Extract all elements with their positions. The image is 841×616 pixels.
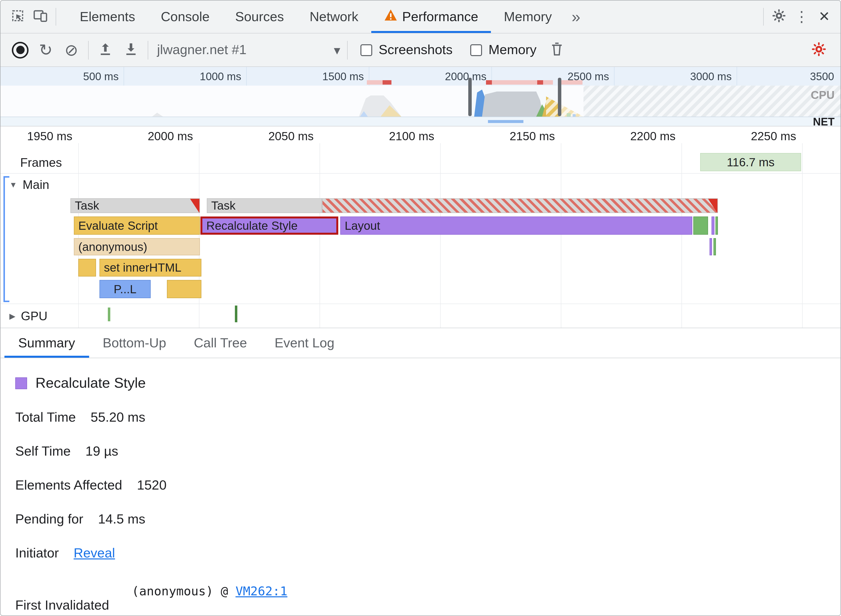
load-profile-button[interactable] [93,41,118,58]
gpu-activity-tick[interactable] [108,308,110,321]
separator [347,41,348,59]
network-request-segment [488,120,523,123]
gridline [78,143,79,328]
more-tabs-button[interactable]: » [565,0,587,33]
frame-block[interactable]: 116.7 ms [700,153,801,171]
long-task-corner-icon [190,199,199,213]
overview-ruler: 500 ms 1000 ms 1500 ms 2000 ms 2500 ms 3… [0,67,841,86]
overview-ruler-label: 3500 [810,70,834,83]
capture-settings-button[interactable] [806,41,832,59]
gear-icon [772,8,787,25]
script-sliver[interactable] [167,280,201,298]
memory-toggle[interactable]: Memory [470,42,537,57]
tab-elements[interactable]: Elements [67,0,148,33]
gridline [681,143,682,328]
screenshots-toggle[interactable]: Screenshots [360,42,453,57]
triangle-right-icon: ▶ [9,311,16,321]
tab-performance[interactable]: Performance [371,0,491,33]
summary-row-self-time: Self Time 19 µs [15,444,826,459]
task-bar-1[interactable]: Task [71,198,200,213]
close-button[interactable]: ✕ [813,0,835,33]
row-label: Pending for [15,512,83,527]
flame-chart[interactable]: 1950 ms 2000 ms 2050 ms 2100 ms 2150 ms … [0,126,841,328]
recalculate-style-bar-selected[interactable]: Recalculate Style [200,217,338,235]
paint-bar[interactable] [693,217,708,235]
main-track-disclosure[interactable]: ▼ Main [9,177,49,192]
tab-memory[interactable]: Memory [491,0,565,33]
memory-checkbox[interactable] [470,44,482,56]
trash-icon [550,41,563,58]
detail-ruler-label: 2250 ms [751,129,796,143]
long-task-marker [486,80,553,85]
set-innerhtml-bar[interactable]: set innerHTML [100,259,201,277]
warning-icon [384,9,397,25]
save-profile-button[interactable] [118,41,144,58]
menu-button[interactable]: ⋮ [790,0,813,33]
overview-ruler-label: 1000 ms [200,70,241,83]
style-sliver[interactable] [712,217,715,235]
source-location-link[interactable]: VM262:1 [235,584,288,598]
detail-ruler-label: 2000 ms [148,129,193,143]
separator [56,8,56,26]
overview-tick [124,67,124,86]
detail-ruler-label: 2100 ms [389,129,434,143]
settings-button[interactable] [767,0,790,33]
row-value: 14.5 ms [98,512,145,527]
main-track-bracket [3,176,9,302]
profile-select[interactable]: jlwagner.net #1 ▾ [157,42,340,57]
device-toolbar-button[interactable] [29,0,52,33]
tab-network[interactable]: Network [297,0,371,33]
tab-event-log[interactable]: Event Log [261,328,348,358]
inspect-element-button[interactable] [6,0,29,33]
row-value: 55.20 ms [91,410,145,425]
kebab-menu-icon: ⋮ [794,9,809,24]
gpu-track-disclosure[interactable]: ▶ GPU [9,309,47,323]
paint-sliver[interactable] [715,217,718,235]
gridline [319,143,320,328]
tab-bottom-up[interactable]: Bottom-Up [89,328,180,358]
tab-sources[interactable]: Sources [222,0,297,33]
paint-sliver[interactable] [713,238,716,255]
delete-recording-button[interactable] [545,41,568,58]
layout-bar[interactable]: Layout [340,217,692,235]
tab-call-tree[interactable]: Call Tree [180,328,261,358]
close-icon: ✕ [819,10,830,23]
memory-label: Memory [488,42,537,57]
tab-summary[interactable]: Summary [4,328,89,358]
summary-title: Recalculate Style [35,375,146,391]
script-sliver[interactable] [78,259,96,277]
details-tab-bar: Summary Bottom-Up Call Tree Event Log [0,328,841,358]
separator [88,41,89,59]
selection-handle-left[interactable] [468,78,472,116]
selection-handle-right[interactable] [558,78,561,116]
gpu-activity-tick[interactable] [235,305,237,322]
summary-row-total-time: Total Time 55.20 ms [15,410,826,425]
row-label: Initiator [15,546,59,561]
triangle-down-icon: ▼ [9,180,17,189]
clear-icon: ⊘ [65,42,78,58]
evaluate-script-bar[interactable]: Evaluate Script [74,217,200,235]
long-task-candystripe-bar[interactable] [322,198,718,213]
detail-ruler-label: 2050 ms [268,129,314,143]
tab-console[interactable]: Console [148,0,222,33]
reload-icon: ↻ [39,42,53,58]
long-task-marker [367,80,391,85]
record-button[interactable] [7,41,33,58]
net-label: NET [813,116,835,126]
anonymous-function-bar[interactable]: (anonymous) [74,238,200,255]
gear-red-icon [811,41,827,59]
clear-button[interactable]: ⊘ [59,42,84,58]
timeline-overview[interactable]: 500 ms 1000 ms 1500 ms 2000 ms 2500 ms 3… [0,67,841,126]
summary-row-first-invalidated: First Invalidated (anonymous) @ VM262:1 [15,584,826,613]
screenshots-checkbox[interactable] [360,44,372,56]
gridline [199,143,199,328]
overview-tick [246,67,247,86]
reveal-link[interactable]: Reveal [74,546,115,561]
style-sliver[interactable] [710,238,712,255]
overview-ruler-label: 3000 ms [690,70,732,83]
inspect-icon [11,9,25,25]
parse-html-bar[interactable]: P...L [100,280,151,298]
reload-and-record-button[interactable]: ↻ [33,42,59,58]
screenshots-label: Screenshots [379,42,453,57]
task-bar-2[interactable]: Task [207,198,322,213]
